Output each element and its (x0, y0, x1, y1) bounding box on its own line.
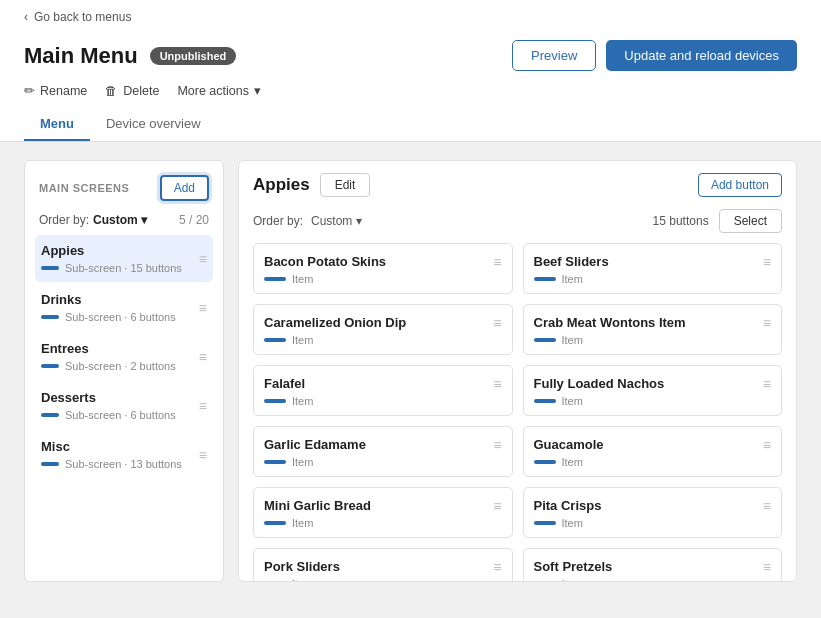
drag-icon: ≡ (199, 251, 207, 267)
left-order-by-row: Order by: Custom ▾ 5 / 20 (35, 211, 213, 235)
drag-icon: ≡ (199, 398, 207, 414)
grid-item-sub: Item (264, 334, 406, 346)
item-color-bar (534, 521, 556, 525)
add-button-button[interactable]: Add button (698, 173, 782, 197)
right-panel-header: Appies Edit Add button (253, 171, 782, 207)
item-color-bar (264, 460, 286, 464)
color-bar (41, 364, 59, 368)
right-order-by-value: Custom (311, 214, 352, 228)
screen-item-name: Desserts (41, 390, 176, 405)
right-meta-left: Order by: Custom ▾ (253, 214, 362, 228)
drag-handle-icon: ≡ (493, 559, 501, 575)
grid-item-info: Crab Meat Wontons Item Item (534, 315, 686, 346)
grid-item-name: Bacon Potato Skins (264, 254, 386, 269)
grid-item[interactable]: Pork Sliders Item ≡ (253, 548, 513, 582)
grid-item-sub-label: Item (562, 456, 583, 468)
drag-handle-icon: ≡ (763, 498, 771, 514)
grid-item-name: Falafel (264, 376, 313, 391)
tab-menu[interactable]: Menu (24, 108, 90, 141)
sidebar-item-appies[interactable]: Appies Sub-screen · 15 buttons ≡ (35, 235, 213, 282)
more-actions-button[interactable]: More actions ▾ (177, 83, 261, 98)
color-bar (41, 413, 59, 417)
right-order-by-dropdown[interactable]: Custom ▾ (311, 214, 362, 228)
item-color-bar (264, 277, 286, 281)
items-grid: Bacon Potato Skins Item ≡ Beef Sliders I… (253, 243, 782, 582)
grid-item[interactable]: Soft Pretzels Item ≡ (523, 548, 783, 582)
grid-item[interactable]: Fully Loaded Nachos Item ≡ (523, 365, 783, 416)
grid-item-info: Beef Sliders Item (534, 254, 609, 285)
section-title: MAIN SCREENS (39, 182, 129, 194)
back-link[interactable]: ‹ Go back to menus (24, 0, 797, 32)
delete-label: Delete (123, 84, 159, 98)
edit-button[interactable]: Edit (320, 173, 371, 197)
sidebar-item-misc[interactable]: Misc Sub-screen · 13 buttons ≡ (35, 431, 213, 478)
sidebar-item-desserts[interactable]: Desserts Sub-screen · 6 buttons ≡ (35, 382, 213, 429)
grid-item[interactable]: Caramelized Onion Dip Item ≡ (253, 304, 513, 355)
grid-item[interactable]: Beef Sliders Item ≡ (523, 243, 783, 294)
trash-icon: 🗑 (105, 84, 118, 98)
grid-item[interactable]: Bacon Potato Skins Item ≡ (253, 243, 513, 294)
grid-item[interactable]: Mini Garlic Bread Item ≡ (253, 487, 513, 538)
grid-item-info: Mini Garlic Bread Item (264, 498, 371, 529)
more-actions-label: More actions (177, 84, 249, 98)
grid-item-name: Guacamole (534, 437, 604, 452)
header-actions: Preview Update and reload devices (512, 40, 797, 71)
left-panel: MAIN SCREENS Add Order by: Custom ▾ 5 / … (24, 160, 224, 582)
grid-item-info: Bacon Potato Skins Item (264, 254, 386, 285)
status-badge: Unpublished (150, 47, 237, 65)
grid-item[interactable]: Pita Crisps Item ≡ (523, 487, 783, 538)
right-order-by-arrow-icon: ▾ (356, 214, 362, 228)
screen-item-sub: Sub-screen · 13 buttons (41, 458, 182, 470)
back-arrow-icon: ‹ (24, 10, 28, 24)
add-screen-button[interactable]: Add (160, 175, 209, 201)
tabs: Menu Device overview (24, 98, 797, 141)
select-button[interactable]: Select (719, 209, 782, 233)
grid-item[interactable]: Guacamole Item ≡ (523, 426, 783, 477)
screen-item-sub: Sub-screen · 6 buttons (41, 311, 176, 323)
grid-item-info: Garlic Edamame Item (264, 437, 366, 468)
item-color-bar (264, 399, 286, 403)
grid-item-sub-label: Item (292, 273, 313, 285)
grid-item-sub: Item (264, 273, 386, 285)
drag-icon: ≡ (199, 447, 207, 463)
panel-header: MAIN SCREENS Add (35, 171, 213, 211)
grid-item-sub-label: Item (292, 456, 313, 468)
grid-item-info: Pita Crisps Item (534, 498, 602, 529)
left-order-by-dropdown[interactable]: Custom ▾ (93, 213, 147, 227)
grid-item-info: Soft Pretzels Item (534, 559, 613, 582)
grid-item-sub: Item (264, 578, 340, 582)
grid-item-name: Garlic Edamame (264, 437, 366, 452)
screen-item-info: Entrees Sub-screen · 2 buttons (41, 341, 176, 372)
grid-item-name: Beef Sliders (534, 254, 609, 269)
grid-item-sub-label: Item (292, 517, 313, 529)
screen-item-info: Misc Sub-screen · 13 buttons (41, 439, 182, 470)
right-panel-title: Appies (253, 175, 310, 195)
grid-item[interactable]: Garlic Edamame Item ≡ (253, 426, 513, 477)
screen-item-name: Entrees (41, 341, 176, 356)
screen-item-info: Drinks Sub-screen · 6 buttons (41, 292, 176, 323)
grid-item-sub: Item (264, 456, 366, 468)
rename-button[interactable]: ✏ Rename (24, 83, 87, 98)
drag-handle-icon: ≡ (493, 376, 501, 392)
grid-item[interactable]: Falafel Item ≡ (253, 365, 513, 416)
grid-item-sub-label: Item (562, 578, 583, 582)
drag-handle-icon: ≡ (763, 376, 771, 392)
chevron-down-icon: ▾ (254, 83, 261, 98)
delete-button[interactable]: 🗑 Delete (105, 84, 159, 98)
right-meta-row: Order by: Custom ▾ 15 buttons Select (253, 207, 782, 243)
grid-item-info: Falafel Item (264, 376, 313, 407)
grid-item-sub: Item (534, 517, 602, 529)
grid-item-sub: Item (534, 273, 609, 285)
grid-item-sub: Item (534, 334, 686, 346)
sidebar-item-entrees[interactable]: Entrees Sub-screen · 2 buttons ≡ (35, 333, 213, 380)
grid-item-sub: Item (534, 395, 665, 407)
tab-device-overview[interactable]: Device overview (90, 108, 217, 141)
update-button[interactable]: Update and reload devices (606, 40, 797, 71)
drag-handle-icon: ≡ (493, 498, 501, 514)
screen-item-sub-label: Sub-screen · 2 buttons (65, 360, 176, 372)
drag-handle-icon: ≡ (763, 254, 771, 270)
grid-item[interactable]: Crab Meat Wontons Item Item ≡ (523, 304, 783, 355)
rename-label: Rename (40, 84, 87, 98)
sidebar-item-drinks[interactable]: Drinks Sub-screen · 6 buttons ≡ (35, 284, 213, 331)
preview-button[interactable]: Preview (512, 40, 596, 71)
